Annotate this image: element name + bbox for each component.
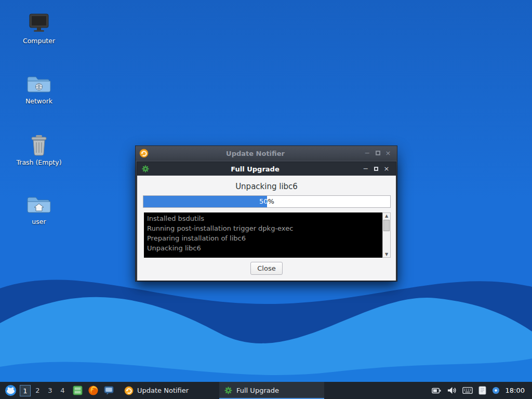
minimize-button[interactable]: − [361,162,371,176]
scroll-up-icon[interactable]: ▲ [383,214,390,218]
clock[interactable]: 18:00 [506,387,525,394]
full-upgrade-titlebar[interactable]: Full Upgrade − × [137,162,396,176]
taskbar-button-full-upgrade[interactable]: Full Upgrade [219,382,324,399]
log-line: Installed bsdutils [147,214,379,223]
scrollbar-thumb[interactable] [383,220,390,231]
log-line: Unpacking libc6 [147,243,379,253]
minimize-button[interactable]: − [362,146,373,161]
restore-icon [374,167,378,171]
gear-icon [224,386,233,395]
close-dialog-button[interactable]: Close [250,262,283,275]
update-notifier-icon [124,386,134,395]
restore-button[interactable] [371,162,381,176]
close-button[interactable]: × [381,162,392,176]
workspace-switcher: 1 2 3 4 [20,385,68,396]
taskbar: 1 2 3 4 [0,382,532,399]
home-folder-icon [26,193,51,215]
log-line: Running post-installation trigger dpkg-e… [147,223,379,233]
upgrade-log-view[interactable]: Installed bsdutils Running post-installa… [144,212,382,258]
applications-menu-button[interactable] [3,382,18,399]
desktop-icon-label: Trash (Empty) [14,158,64,166]
chat-icon[interactable] [103,385,114,396]
window-title: Update Notifier [149,150,362,157]
desktop-icon-label: Network [14,97,64,105]
clipboard-icon[interactable] [478,386,486,395]
desktop: Computer Network Trash (Empty) user [0,0,532,399]
log-scrollbar[interactable]: ▲ ▼ [382,212,391,258]
update-notifier-titlebar[interactable]: Update Notifier − × [136,146,397,161]
workspace-4[interactable]: 4 [57,385,68,396]
gear-icon [141,165,150,173]
taskbar-button-update-notifier[interactable]: Update Notifier [119,382,219,399]
upgrade-status-text: Unpacking libc6 [137,182,396,191]
computer-icon [27,12,51,34]
workspace-3[interactable]: 3 [45,385,56,396]
keyboard-icon[interactable] [462,387,473,394]
progress-bar-fill: 50% [143,196,267,207]
workspace-2[interactable]: 2 [32,385,43,396]
workspace-1[interactable]: 1 [20,385,31,396]
battery-icon[interactable] [432,387,441,395]
desktop-icon-computer[interactable]: Computer [14,12,64,45]
log-line: Preparing installation of libc6 [147,233,379,243]
desktop-icon-network[interactable]: Network [14,73,64,105]
update-notifier-icon [139,149,149,158]
close-button[interactable]: × [383,146,393,161]
system-tray [432,386,500,395]
firefox-icon[interactable] [88,385,99,396]
desktop-icon-label: Computer [14,37,64,45]
xfce-menu-icon [5,384,17,396]
trash-icon [29,134,49,156]
volume-icon[interactable] [447,386,457,395]
taskbar-button-label: Update Notifier [137,387,189,394]
full-upgrade-dialog: Full Upgrade − × Unpacking libc6 50% 50%… [137,162,396,281]
desktop-icon-trash[interactable]: Trash (Empty) [14,134,64,166]
maximize-button[interactable] [373,146,383,161]
dialog-title: Full Upgrade [150,165,361,173]
progress-bar: 50% 50% [143,195,391,208]
file-manager-icon[interactable] [72,385,83,396]
notification-indicator-icon[interactable] [492,387,500,394]
launcher-area [72,385,114,396]
maximize-icon [376,151,380,155]
desktop-icon-label: user [14,218,64,225]
taskbar-button-label: Full Upgrade [236,387,279,394]
progress-label-overlay: 50% [143,196,267,207]
network-folder-icon [26,73,51,95]
scroll-down-icon[interactable]: ▼ [383,252,390,257]
desktop-icon-user-home[interactable]: user [14,193,64,225]
